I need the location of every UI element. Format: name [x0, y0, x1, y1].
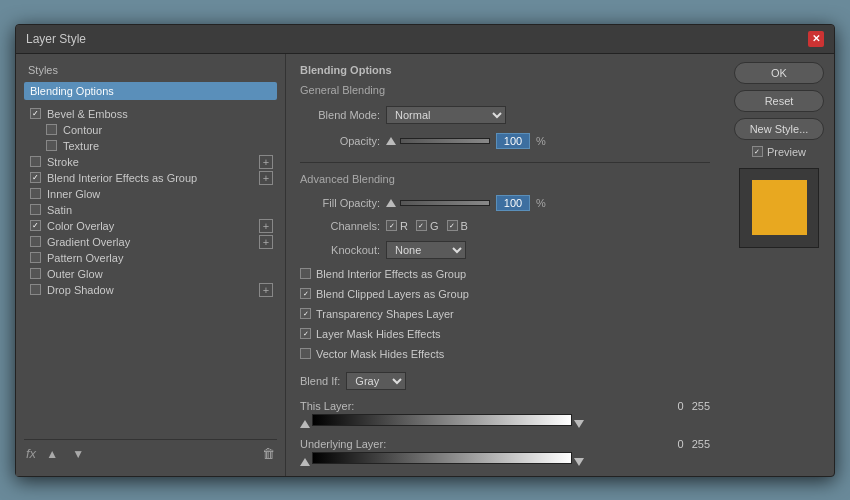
- knockout-select[interactable]: None Shallow Deep: [386, 241, 466, 259]
- ok-button[interactable]: OK: [734, 62, 824, 84]
- this-layer-left-handle[interactable]: [300, 420, 310, 428]
- trash-button[interactable]: 🗑: [262, 446, 275, 461]
- gradient-overlay-plus-button[interactable]: +: [259, 235, 273, 249]
- layer-mask-label: Layer Mask Hides Effects: [316, 328, 441, 340]
- underlying-right-handle[interactable]: [574, 458, 584, 466]
- checkbox-pattern-overlay[interactable]: [30, 252, 41, 263]
- checkbox-bevel[interactable]: [30, 108, 41, 119]
- fill-opacity-value[interactable]: 100: [496, 195, 530, 211]
- opacity-slider-track[interactable]: [400, 138, 490, 144]
- layer-item-label: Gradient Overlay: [47, 236, 130, 248]
- checkbox-satin[interactable]: [30, 204, 41, 215]
- layer-item[interactable]: Color Overlay +: [24, 218, 277, 234]
- transparency-checkbox[interactable]: [300, 308, 311, 319]
- underlying-min: 0: [678, 438, 684, 450]
- layer-item[interactable]: Gradient Overlay +: [24, 234, 277, 250]
- checkbox-drop-shadow[interactable]: [30, 284, 41, 295]
- layer-items-list: Bevel & Emboss Contour Texture Stroke +: [24, 106, 277, 298]
- channel-b-label: B: [461, 220, 468, 232]
- stroke-plus-button[interactable]: +: [259, 155, 273, 169]
- underlying-label: Underlying Layer:: [300, 438, 386, 450]
- knockout-row: Knockout: None Shallow Deep: [300, 241, 710, 259]
- layer-mask-checkbox[interactable]: [300, 328, 311, 339]
- preview-checkbox[interactable]: [752, 146, 763, 157]
- blend-if-select[interactable]: Gray Red Green Blue: [346, 372, 406, 390]
- this-layer-max: 255: [692, 400, 710, 412]
- layer-item[interactable]: Contour: [24, 122, 277, 138]
- transparency-label: Transparency Shapes Layer: [316, 308, 454, 320]
- channel-g-checkbox[interactable]: [416, 220, 427, 231]
- preview-row: Preview: [752, 146, 806, 158]
- fill-opacity-handle[interactable]: [386, 199, 396, 207]
- opacity-value[interactable]: 100: [496, 133, 530, 149]
- this-layer-gradient-bar[interactable]: [312, 414, 572, 426]
- layer-item[interactable]: Satin: [24, 202, 277, 218]
- channels-row: Channels: R G B: [300, 220, 710, 232]
- layer-item[interactable]: Inner Glow: [24, 186, 277, 202]
- fill-opacity-slider-wrapper: [386, 199, 490, 207]
- layer-item-label: Satin: [47, 204, 72, 216]
- check-blend-interior: Blend Interior Effects as Group: [300, 268, 710, 280]
- blend-clipped-checkbox[interactable]: [300, 288, 311, 299]
- checkbox-contour[interactable]: [46, 124, 57, 135]
- blend-interior-checkbox[interactable]: [300, 268, 311, 279]
- underlying-max: 255: [692, 438, 710, 450]
- this-layer-right-handle[interactable]: [574, 420, 584, 428]
- channels-checkboxes: R G B: [386, 220, 468, 232]
- down-arrow-button[interactable]: ▼: [68, 444, 88, 464]
- checkbox-stroke[interactable]: [30, 156, 41, 167]
- layer-item[interactable]: Bevel & Emboss: [24, 106, 277, 122]
- check-layer-mask: Layer Mask Hides Effects: [300, 328, 710, 340]
- general-blending-title: General Blending: [300, 84, 710, 96]
- advanced-blending-title: Advanced Blending: [300, 173, 710, 185]
- blending-options-item[interactable]: Blending Options: [24, 82, 277, 100]
- knockout-label: Knockout:: [300, 244, 380, 256]
- checkbox-inner-glow[interactable]: [30, 188, 41, 199]
- checkbox-gradient-overlay[interactable]: [30, 236, 41, 247]
- layer-item-label: Contour: [63, 124, 102, 136]
- layer-item-label: Bevel & Emboss: [47, 108, 128, 120]
- checkbox-outer-glow[interactable]: [30, 268, 41, 279]
- this-layer-min: 0: [678, 400, 684, 412]
- layer-item[interactable]: Pattern Overlay: [24, 250, 277, 266]
- fill-opacity-track[interactable]: [400, 200, 490, 206]
- channel-b-checkbox[interactable]: [447, 220, 458, 231]
- left-panel: Styles Blending Options Bevel & Emboss C…: [16, 54, 286, 476]
- channel-r-checkbox[interactable]: [386, 220, 397, 231]
- opacity-slider-handle[interactable]: [386, 137, 396, 145]
- close-button[interactable]: ✕: [808, 31, 824, 47]
- preview-box: [739, 168, 819, 248]
- layer-item[interactable]: Texture: [24, 138, 277, 154]
- reset-button[interactable]: Reset: [734, 90, 824, 112]
- layer-item[interactable]: Drop Shadow +: [24, 282, 277, 298]
- layer-item[interactable]: Blend Interior Effects as Group +: [24, 170, 277, 186]
- drop-shadow-plus-button[interactable]: +: [259, 283, 273, 297]
- layer-item-label: Inner Glow: [47, 188, 100, 200]
- preview-shape: [752, 180, 807, 235]
- vector-mask-label: Vector Mask Hides Effects: [316, 348, 444, 360]
- checkbox-texture[interactable]: [46, 140, 57, 151]
- underlying-left-handle[interactable]: [300, 458, 310, 466]
- layer-style-dialog: Layer Style ✕ Styles Blending Options Be…: [15, 24, 835, 477]
- fx-label: fx: [26, 446, 36, 461]
- fill-opacity-label: Fill Opacity:: [300, 197, 380, 209]
- underlying-gradient-bar[interactable]: [312, 452, 572, 464]
- blend-mode-label: Blend Mode:: [300, 109, 380, 121]
- up-arrow-button[interactable]: ▲: [42, 444, 62, 464]
- this-layer-label: This Layer:: [300, 400, 354, 412]
- this-layer-values: 0 255: [678, 400, 710, 412]
- inner-shadow-plus-button[interactable]: +: [259, 171, 273, 185]
- checkbox-inner-shadow[interactable]: [30, 172, 41, 183]
- channel-r-label: R: [400, 220, 408, 232]
- layer-item[interactable]: Stroke +: [24, 154, 277, 170]
- vector-mask-checkbox[interactable]: [300, 348, 311, 359]
- fill-opacity-pct: %: [536, 197, 546, 209]
- blend-mode-select[interactable]: Normal Dissolve Multiply: [386, 106, 506, 124]
- new-style-button[interactable]: New Style...: [734, 118, 824, 140]
- layer-item-label: Pattern Overlay: [47, 252, 123, 264]
- blend-clipped-label: Blend Clipped Layers as Group: [316, 288, 469, 300]
- layer-item[interactable]: Outer Glow: [24, 266, 277, 282]
- color-overlay-plus-button[interactable]: +: [259, 219, 273, 233]
- section-title: Blending Options: [300, 64, 710, 76]
- checkbox-color-overlay[interactable]: [30, 220, 41, 231]
